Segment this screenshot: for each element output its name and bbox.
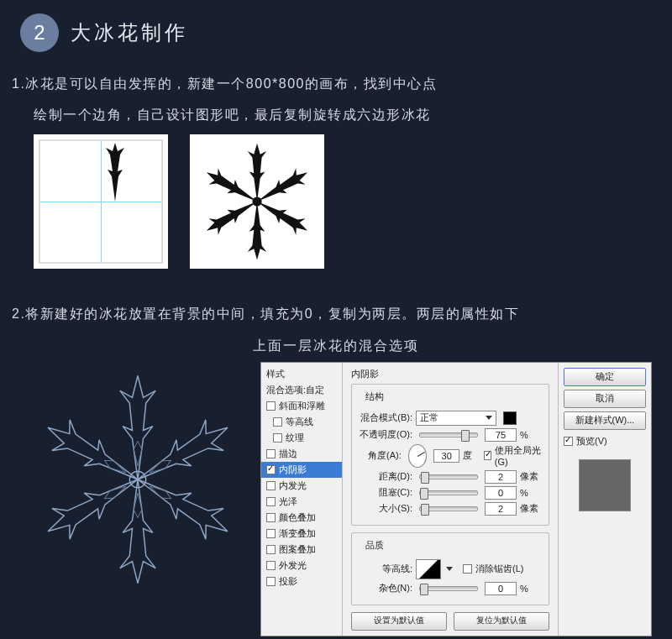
make-default-button[interactable]: 设置为默认值 — [351, 612, 447, 631]
choke-value[interactable]: 0 — [485, 486, 517, 500]
new-style-button[interactable]: 新建样式(W)... — [564, 411, 646, 430]
angle-value[interactable]: 30 — [433, 449, 459, 463]
style-item-label: 光泽 — [279, 495, 297, 508]
settings-panel: 内阴影 结构 混合模式(B): 正常 不透明度(O): 75 — [343, 363, 558, 636]
thumbnail-canvas-guides — [34, 134, 168, 269]
panel-title: 内阴影 — [351, 368, 549, 380]
style-item-label: 颜色叠加 — [279, 511, 316, 524]
section-title: 大冰花制作 — [71, 19, 188, 46]
antialias-label: 消除锯齿(L) — [475, 563, 523, 575]
opacity-slider[interactable] — [419, 432, 478, 437]
noise-slider[interactable] — [419, 586, 478, 591]
chevron-down-icon[interactable] — [446, 567, 453, 571]
style-item-label: 外发光 — [279, 559, 307, 572]
size-label: 大小(S): — [359, 502, 412, 515]
structure-group-title: 结构 — [362, 390, 387, 403]
style-item-label: 纹理 — [286, 432, 304, 444]
style-checkbox[interactable] — [266, 465, 276, 474]
style-checkbox[interactable] — [266, 545, 276, 554]
distance-slider[interactable] — [419, 474, 478, 479]
style-item-label: 渐变叠加 — [279, 527, 316, 540]
style-item-label: 斜面和浮雕 — [279, 400, 325, 412]
noise-value[interactable]: 0 — [485, 582, 517, 595]
opacity-value[interactable]: 75 — [485, 428, 517, 442]
distance-value[interactable]: 2 — [485, 470, 517, 484]
size-value[interactable]: 2 — [485, 502, 517, 516]
style-item-纹理[interactable]: 纹理 — [261, 430, 342, 446]
style-list-panel: 样式 混合选项:自定 斜面和浮雕等高线纹理描边内阴影内发光光泽颜色叠加渐变叠加图… — [261, 363, 343, 636]
style-checkbox[interactable] — [266, 401, 276, 411]
snowflake-single-arm — [101, 143, 129, 202]
style-item-内阴影[interactable]: 内阴影 — [261, 462, 342, 478]
style-item-图案叠加[interactable]: 图案叠加 — [261, 542, 342, 558]
global-light-checkbox[interactable] — [484, 451, 491, 460]
blend-mode-combo[interactable]: 正常 — [416, 411, 496, 426]
noise-unit: % — [520, 584, 542, 594]
angle-label: 角度(A): — [359, 449, 402, 462]
noise-label: 杂色(N): — [359, 582, 412, 594]
style-item-光泽[interactable]: 光泽 — [261, 494, 342, 510]
size-unit: 像素 — [520, 502, 542, 515]
style-checkbox[interactable] — [266, 449, 276, 458]
style-item-label: 等高线 — [286, 416, 313, 428]
paragraph-2: 2.将新建好的冰花放置在背景的中间，填充为0，复制为两层。两层的属性如下 — [12, 302, 652, 325]
caption-blend-options: 上面一层冰花的混合选项 — [20, 338, 652, 355]
antialias-checkbox[interactable] — [463, 564, 472, 574]
color-swatch[interactable] — [503, 411, 517, 425]
style-checkbox[interactable] — [273, 433, 282, 443]
style-checkbox[interactable] — [266, 513, 276, 522]
snowflake-black-icon — [194, 139, 320, 265]
style-item-label: 内发光 — [279, 479, 307, 492]
distance-label: 距离(D): — [359, 470, 412, 483]
cancel-button[interactable]: 取消 — [564, 390, 646, 408]
angle-dial[interactable] — [408, 444, 428, 468]
svg-point-0 — [252, 197, 261, 207]
style-checkbox[interactable] — [266, 561, 276, 570]
blend-mode-label: 混合模式(B): — [359, 411, 412, 424]
choke-unit: % — [520, 488, 542, 498]
style-item-label: 内阴影 — [279, 464, 307, 476]
blend-mode-value: 正常 — [420, 411, 438, 424]
style-item-内发光[interactable]: 内发光 — [261, 478, 342, 494]
style-item-斜面和浮雕[interactable]: 斜面和浮雕 — [261, 398, 342, 414]
style-item-label: 图案叠加 — [279, 543, 316, 556]
style-item-等高线[interactable]: 等高线 — [261, 414, 342, 430]
style-item-投影[interactable]: 投影 — [261, 574, 342, 589]
paragraph-1-line-2: 绘制一个边角，自己设计图形吧，最后复制旋转成六边形冰花 — [34, 103, 652, 126]
choke-slider[interactable] — [419, 490, 478, 495]
style-checkbox[interactable] — [266, 529, 276, 538]
rendered-snowflake-preview — [20, 362, 255, 597]
opacity-label: 不透明度(O): — [359, 428, 412, 441]
preview-label: 预览(V) — [576, 435, 607, 448]
distance-unit: 像素 — [520, 470, 542, 483]
layer-style-dialog: 样式 混合选项:自定 斜面和浮雕等高线纹理描边内阴影内发光光泽颜色叠加渐变叠加图… — [260, 362, 652, 636]
style-checkbox[interactable] — [266, 481, 276, 490]
step-badge: 2 — [20, 13, 59, 52]
style-checkbox[interactable] — [266, 577, 276, 586]
blend-options-row[interactable]: 混合选项:自定 — [261, 382, 342, 398]
styles-header: 样式 — [261, 366, 342, 382]
contour-label: 等高线: — [359, 563, 412, 575]
preview-swatch — [579, 459, 631, 511]
style-item-渐变叠加[interactable]: 渐变叠加 — [261, 526, 342, 542]
reset-default-button[interactable]: 复位为默认值 — [454, 612, 549, 631]
global-light-label: 使用全局光(G) — [495, 444, 542, 467]
ok-button[interactable]: 确定 — [564, 368, 646, 386]
angle-unit: 度 — [463, 449, 480, 462]
contour-swatch[interactable] — [416, 559, 441, 579]
style-item-label: 投影 — [279, 575, 297, 588]
thumbnail-snowflake-full — [190, 134, 324, 269]
chevron-down-icon — [486, 416, 492, 420]
style-item-颜色叠加[interactable]: 颜色叠加 — [261, 510, 342, 526]
opacity-unit: % — [520, 430, 542, 440]
style-checkbox[interactable] — [273, 417, 282, 427]
choke-label: 阻塞(C): — [359, 486, 412, 499]
size-slider[interactable] — [419, 506, 478, 511]
style-item-外发光[interactable]: 外发光 — [261, 558, 342, 574]
dialog-actions-panel: 确定 取消 新建样式(W)... 预览(V) — [558, 363, 651, 636]
style-checkbox[interactable] — [266, 497, 276, 506]
preview-checkbox[interactable] — [564, 437, 573, 446]
style-item-描边[interactable]: 描边 — [261, 446, 342, 462]
quality-group-title: 品质 — [362, 539, 387, 552]
style-item-label: 描边 — [279, 448, 297, 460]
